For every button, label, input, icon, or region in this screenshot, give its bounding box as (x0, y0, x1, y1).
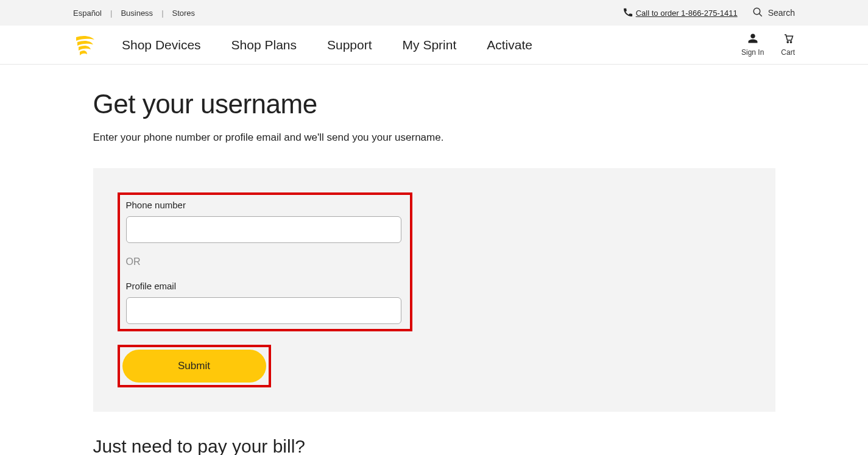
main-nav: Shop Devices Shop Plans Support My Sprin… (0, 26, 868, 65)
cart-label: Cart (781, 48, 795, 57)
page-content: Get your username Enter your phone numbe… (0, 65, 868, 455)
call-to-order-link[interactable]: Call to order 1-866-275-1411 (623, 7, 738, 19)
sprint-logo[interactable] (73, 33, 97, 57)
svg-point-2 (787, 41, 788, 43)
nav-support[interactable]: Support (327, 38, 372, 52)
phone-label: Phone number (126, 200, 404, 210)
nav-links: Shop Devices Shop Plans Support My Sprin… (122, 38, 532, 52)
svg-point-3 (790, 41, 791, 43)
phone-icon (623, 7, 633, 19)
or-separator: OR (126, 256, 404, 267)
cart-icon (782, 33, 794, 46)
utility-link-business[interactable]: Business (112, 9, 161, 18)
search-label: Search (768, 8, 795, 18)
sign-in-button[interactable]: Sign In (741, 33, 764, 57)
svg-line-1 (759, 13, 762, 16)
utility-link-stores[interactable]: Stores (164, 9, 204, 18)
nav-shop-devices[interactable]: Shop Devices (122, 38, 201, 52)
input-highlight-box: Phone number OR Profile email (118, 192, 412, 331)
utility-right: Call to order 1-866-275-1411 Search (623, 7, 795, 19)
search-icon (752, 7, 763, 19)
search-button[interactable]: Search (752, 7, 795, 19)
bill-section-title: Just need to pay your bill? (93, 436, 775, 455)
email-label: Profile email (126, 281, 404, 291)
utility-links: Español | Business | Stores (73, 9, 203, 18)
page-title: Get your username (93, 89, 775, 119)
nav-shop-plans[interactable]: Shop Plans (231, 38, 297, 52)
form-panel: Phone number OR Profile email Submit (93, 168, 775, 412)
page-subtitle: Enter your phone number or profile email… (93, 132, 775, 144)
phone-input[interactable] (126, 216, 401, 243)
utility-link-espanol[interactable]: Español (73, 9, 110, 18)
submit-highlight-box: Submit (118, 345, 271, 387)
utility-bar: Español | Business | Stores Call to orde… (0, 0, 868, 26)
nav-activate[interactable]: Activate (487, 38, 532, 52)
user-icon (747, 33, 759, 46)
email-input[interactable] (126, 297, 401, 324)
sign-in-label: Sign In (741, 48, 764, 57)
nav-right: Sign In Cart (741, 33, 795, 57)
svg-point-0 (753, 8, 760, 15)
nav-my-sprint[interactable]: My Sprint (403, 38, 457, 52)
submit-button[interactable]: Submit (122, 350, 266, 383)
cart-button[interactable]: Cart (781, 33, 795, 57)
call-label: Call to order 1-866-275-1411 (636, 9, 738, 18)
